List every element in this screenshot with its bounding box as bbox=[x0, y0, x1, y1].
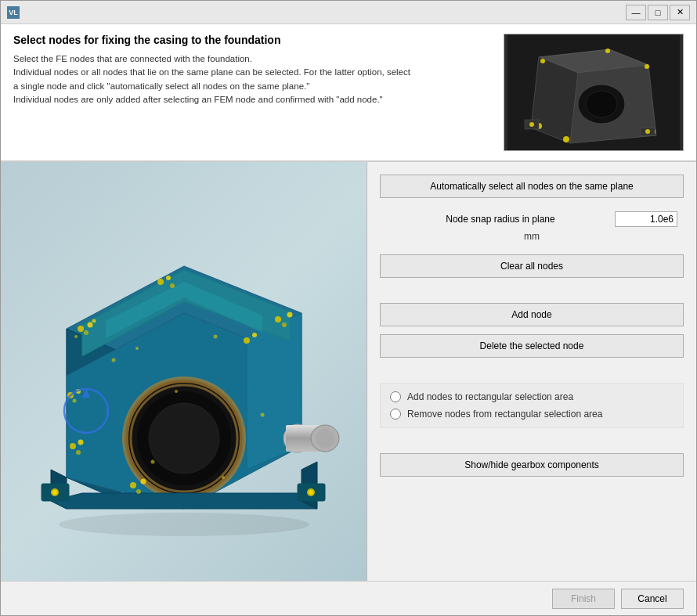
thumbnail-inner bbox=[504, 34, 683, 150]
svg-point-70 bbox=[222, 476, 225, 479]
svg-point-67 bbox=[213, 334, 217, 338]
radio-remove-label: Remove nodes from rectangular selection … bbox=[407, 409, 602, 420]
svg-point-41 bbox=[309, 490, 313, 495]
gearbox-svg bbox=[20, 204, 348, 540]
svg-point-17 bbox=[59, 513, 309, 536]
svg-point-71 bbox=[260, 412, 264, 416]
thumbnail-svg bbox=[507, 34, 680, 151]
app-icon: VL bbox=[7, 6, 20, 19]
finish-button[interactable]: Finish bbox=[552, 589, 615, 609]
svg-point-38 bbox=[52, 490, 57, 495]
svg-point-42 bbox=[78, 326, 84, 332]
radio-add-input[interactable] bbox=[390, 391, 401, 402]
show-hide-button[interactable]: Show/hide gearbox components bbox=[380, 453, 684, 477]
radio-add-row[interactable]: Add nodes to rectangular selection area bbox=[390, 391, 674, 402]
svg-point-9 bbox=[540, 59, 545, 63]
titlebar-controls[interactable]: — □ ✕ bbox=[626, 5, 690, 20]
info-text: Select nodes for fixing the casing to th… bbox=[13, 34, 488, 151]
radio-group: Add nodes to rectangular selection area … bbox=[380, 383, 684, 428]
svg-point-55 bbox=[72, 398, 76, 402]
delete-node-button[interactable]: Delete the selected node bbox=[380, 334, 684, 358]
viewport-inner bbox=[1, 162, 367, 581]
snap-row: Node snap radius in plane bbox=[380, 209, 684, 229]
svg-point-68 bbox=[175, 390, 178, 393]
close-button[interactable]: ✕ bbox=[670, 5, 690, 20]
desc-line4: Individual nodes are only added after se… bbox=[13, 95, 383, 104]
svg-point-69 bbox=[150, 459, 154, 463]
svg-point-61 bbox=[136, 489, 141, 494]
node-snap-label: Node snap radius in plane bbox=[386, 214, 615, 225]
desc-line3: a single node and click "automatically s… bbox=[13, 81, 309, 91]
cancel-button[interactable]: Cancel bbox=[621, 589, 684, 609]
separator-2 bbox=[380, 366, 684, 375]
svg-marker-3 bbox=[531, 57, 578, 143]
radio-remove-input[interactable] bbox=[390, 409, 401, 420]
bottom-bar: Finish Cancel bbox=[1, 581, 696, 615]
svg-point-44 bbox=[84, 330, 88, 335]
right-panel: Automatically select all nodes on the sa… bbox=[367, 162, 696, 581]
svg-point-56 bbox=[70, 443, 76, 449]
node-snap-input[interactable] bbox=[615, 211, 677, 227]
svg-point-63 bbox=[252, 333, 257, 337]
auto-select-button[interactable]: Automatically select all nodes on the sa… bbox=[380, 175, 684, 198]
info-title: Select nodes for fixing the casing to th… bbox=[13, 34, 488, 46]
desc-line2: Individual nodes or all nodes that lie o… bbox=[13, 67, 410, 77]
svg-marker-34 bbox=[51, 493, 317, 509]
svg-point-15 bbox=[529, 122, 534, 127]
svg-point-46 bbox=[74, 335, 78, 338]
svg-point-66 bbox=[135, 347, 139, 350]
info-panel: Select nodes for fixing the casing to th… bbox=[1, 24, 696, 162]
svg-point-62 bbox=[244, 337, 250, 344]
svg-point-50 bbox=[275, 316, 281, 322]
separator-1 bbox=[380, 286, 684, 295]
svg-point-8 bbox=[645, 64, 649, 69]
svg-point-43 bbox=[87, 322, 92, 327]
svg-point-49 bbox=[170, 283, 175, 288]
info-thumbnail bbox=[504, 34, 684, 151]
snap-unit: mm bbox=[380, 229, 684, 243]
svg-point-16 bbox=[645, 129, 650, 134]
svg-point-47 bbox=[157, 279, 164, 285]
svg-point-59 bbox=[130, 482, 136, 488]
viewport[interactable] bbox=[1, 162, 367, 581]
main-content: Automatically select all nodes on the sa… bbox=[1, 162, 696, 581]
radio-add-label: Add nodes to rectangular selection area bbox=[407, 391, 573, 402]
minimize-button[interactable]: — bbox=[626, 5, 646, 20]
svg-point-45 bbox=[92, 319, 96, 322]
svg-point-52 bbox=[282, 322, 287, 327]
add-node-button[interactable]: Add node bbox=[380, 303, 684, 326]
svg-point-58 bbox=[76, 450, 81, 455]
radio-remove-row[interactable]: Remove nodes from rectangular selection … bbox=[390, 409, 674, 420]
svg-point-32 bbox=[316, 429, 334, 448]
app-icon-label: VL bbox=[9, 9, 18, 16]
svg-point-6 bbox=[563, 136, 569, 142]
svg-point-60 bbox=[140, 478, 146, 484]
svg-point-10 bbox=[605, 49, 610, 53]
svg-point-12 bbox=[586, 91, 617, 117]
titlebar: VL — □ ✕ bbox=[1, 1, 696, 24]
svg-point-26 bbox=[149, 403, 219, 474]
desc-line1: Select the FE nodes that are connected w… bbox=[13, 54, 252, 63]
snap-container: Node snap radius in plane mm bbox=[380, 206, 684, 247]
separator-3 bbox=[380, 436, 684, 445]
maximize-button[interactable]: □ bbox=[648, 5, 668, 20]
info-description: Select the FE nodes that are connected w… bbox=[13, 52, 488, 106]
svg-point-48 bbox=[166, 276, 171, 280]
svg-point-65 bbox=[111, 358, 115, 362]
svg-point-57 bbox=[78, 439, 83, 445]
clear-all-button[interactable]: Clear all nodes bbox=[380, 254, 684, 278]
svg-point-51 bbox=[287, 312, 292, 317]
titlebar-left: VL bbox=[7, 6, 20, 19]
